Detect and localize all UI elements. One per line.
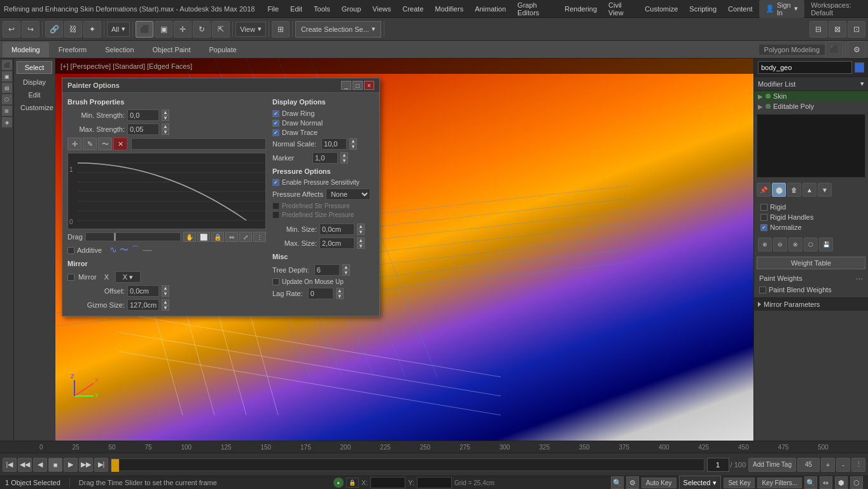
autokey-button[interactable]: Auto Key (641, 478, 676, 488)
mirror-button[interactable]: ⊟ (809, 21, 827, 38)
brush-btn-delete[interactable]: ✕ (113, 138, 127, 150)
menu-graph-editors[interactable]: Graph Editors (512, 0, 558, 18)
tab-freeform[interactable]: Freeform (50, 42, 96, 57)
dialog-maximize-button[interactable]: □ (353, 81, 363, 90)
menu-customize[interactable]: Customize (640, 4, 683, 14)
left-tb-btn-1[interactable]: ⬛ (2, 60, 12, 70)
expand-button[interactable]: ⬛ (825, 41, 843, 58)
unlink-button[interactable]: ⛓ (64, 21, 82, 38)
mirror-axis-dropdown[interactable]: X ▾ (115, 271, 141, 283)
menu-create[interactable]: Create (398, 4, 429, 14)
filter-dropdown[interactable]: All ▾ (107, 22, 130, 37)
key-filters-button[interactable]: Key Filters... (757, 478, 802, 488)
stop-button[interactable]: ■ (48, 458, 62, 472)
rp-icon-up[interactable]: ▲ (802, 183, 816, 197)
timeline-slider[interactable] (111, 458, 704, 471)
drag-icon-lock[interactable]: 🔒 (211, 232, 224, 242)
paint-weights-more[interactable]: ··· (855, 273, 863, 283)
lag-down[interactable]: ▼ (336, 294, 344, 299)
settings-button[interactable]: ⚙ (848, 41, 865, 58)
left-tb-btn-4[interactable]: ⬡ (2, 94, 12, 104)
normal-scale-input[interactable] (321, 138, 347, 150)
menu-modifiers[interactable]: Modifiers (430, 4, 469, 14)
max-size-input[interactable] (319, 237, 354, 249)
select-tool-button[interactable]: Select (17, 61, 52, 74)
min-strength-up[interactable]: ▲ (162, 110, 169, 115)
rp-small-icon-3[interactable]: ⊗ (788, 237, 802, 252)
y-coord-input[interactable] (417, 477, 452, 488)
tab-object-paint[interactable]: Object Paint (144, 42, 200, 57)
current-frame-input[interactable] (707, 458, 729, 472)
tc-plus[interactable]: + (821, 458, 835, 472)
tab-selection[interactable]: Selection (96, 42, 143, 57)
mirror-params-header[interactable]: Mirror Parameters (754, 297, 868, 311)
max-strength-down[interactable]: ▼ (162, 129, 169, 135)
modifier-editable-poly[interactable]: ▶ Editable Poly (754, 101, 868, 111)
max-strength-input[interactable] (127, 124, 159, 135)
left-tb-btn-2[interactable]: ▣ (2, 71, 12, 82)
dialog-close-button[interactable]: × (364, 81, 374, 90)
tc-options[interactable]: ⋮ (851, 458, 865, 472)
drag-icon-horiz[interactable]: ⇔ (225, 232, 238, 242)
status-icon-1[interactable]: 🔍 (611, 476, 624, 489)
menu-views[interactable]: Views (367, 4, 396, 14)
display-tool-button[interactable]: Display (17, 76, 52, 88)
curve-icon-2[interactable]: 〜 (120, 244, 129, 256)
move-button[interactable]: ✛ (174, 21, 192, 38)
draw-ring-checkbox[interactable] (272, 110, 279, 117)
drag-slider[interactable] (85, 232, 181, 241)
rp-small-icon-5[interactable]: 💾 (819, 237, 833, 252)
marker-input[interactable] (312, 152, 338, 164)
gizmo-size-input[interactable] (127, 299, 159, 311)
min-strength-input[interactable] (127, 110, 159, 121)
menu-file[interactable]: File (262, 4, 284, 14)
tab-modeling[interactable]: Modeling (3, 42, 49, 57)
rp-small-icon-1[interactable]: ⊕ (758, 237, 772, 252)
left-tb-btn-6[interactable]: ◈ (2, 117, 12, 127)
timeline-playhead[interactable] (111, 459, 119, 472)
rp-icon-down[interactable]: ▼ (818, 183, 832, 197)
marker-up[interactable]: ▲ (340, 152, 348, 158)
prev-frame-button[interactable]: |◀ (3, 458, 17, 472)
create-selection-button[interactable]: Create Selection Se... ▾ (295, 21, 381, 38)
play-button[interactable]: ▶ (64, 458, 78, 472)
drag-icon-expand[interactable]: ⤢ (239, 232, 252, 242)
next-frame-button[interactable]: ▶| (94, 458, 108, 472)
set-key-button[interactable]: Set Key (724, 478, 755, 488)
rp-icon-active[interactable]: ⬤ (772, 183, 786, 197)
predefined-str-checkbox[interactable] (272, 202, 279, 209)
prev-key-button[interactable]: ◀◀ (18, 458, 32, 472)
min-strength-down[interactable]: ▼ (162, 115, 169, 121)
curve-icon-4[interactable]: — (143, 244, 151, 256)
left-tb-btn-5[interactable]: ⊞ (2, 106, 12, 116)
curve-icon-3[interactable]: ⌒ (131, 244, 140, 256)
object-name-input[interactable] (758, 61, 852, 74)
status-icon-3[interactable]: 🔍 (804, 476, 817, 489)
min-size-down[interactable]: ▼ (357, 229, 365, 235)
modifier-list-dropdown-arrow[interactable]: ▾ (860, 80, 864, 88)
tab-populate[interactable]: Populate (200, 42, 245, 57)
brush-btn-edit[interactable]: ✎ (83, 138, 97, 150)
rp-icon-delete[interactable]: 🗑 (787, 183, 801, 197)
left-tb-btn-3[interactable]: ▤ (2, 83, 12, 93)
max-strength-up[interactable]: ▲ (162, 124, 169, 129)
brush-name-input[interactable] (131, 138, 266, 150)
bind-to-space-warp-button[interactable]: ✦ (83, 21, 101, 38)
view-dropdown[interactable]: View ▾ (235, 22, 266, 37)
rigid-handles-checkbox[interactable] (760, 214, 767, 221)
menu-scripting[interactable]: Scripting (684, 4, 722, 14)
menu-content[interactable]: Content (723, 4, 758, 14)
pressure-affects-select[interactable]: None Strength Size Both (326, 188, 370, 200)
array-button[interactable]: ⊠ (829, 21, 846, 38)
next-key-button[interactable]: ▶▶ (79, 458, 93, 472)
tc-minus[interactable]: - (836, 458, 850, 472)
menu-edit[interactable]: Edit (285, 4, 307, 14)
dialog-minimize-button[interactable]: _ (341, 81, 351, 90)
mirror-checkbox[interactable] (67, 274, 74, 281)
tree-depth-input[interactable] (314, 264, 340, 276)
status-icon-5[interactable]: ⬢ (835, 476, 848, 489)
menu-tools[interactable]: Tools (309, 4, 335, 14)
draw-trace-checkbox[interactable] (272, 129, 279, 136)
object-color-swatch[interactable] (855, 62, 864, 73)
predefined-size-checkbox[interactable] (272, 211, 279, 218)
